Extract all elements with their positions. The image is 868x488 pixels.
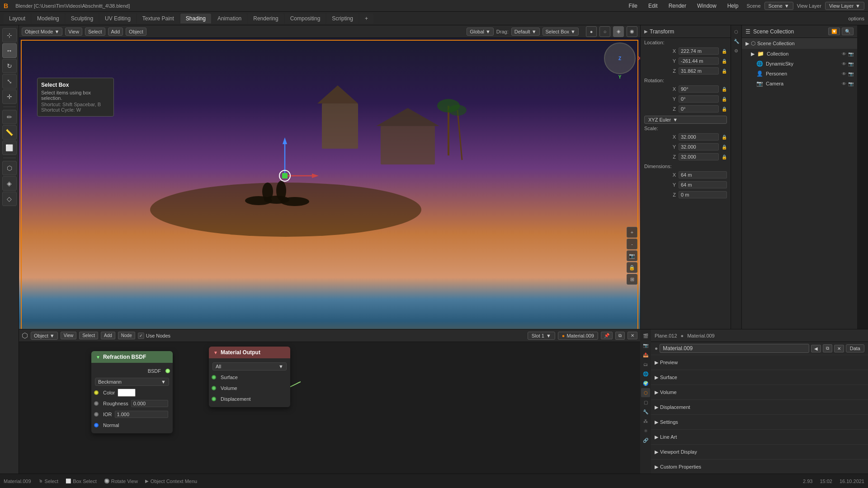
displacement-socket[interactable] [212, 397, 216, 401]
custom-props-header[interactable]: ▶ Custom Properties [651, 461, 868, 472]
dim-z-value[interactable]: 0 m [679, 191, 727, 198]
tab-animation[interactable]: Animation [212, 14, 247, 23]
node-view-btn[interactable]: View [61, 332, 77, 339]
data-tab[interactable]: Data [846, 344, 864, 352]
distribution-dropdown[interactable]: Beckmann ▼ [95, 378, 169, 386]
tool-bevel[interactable]: ◇ [2, 192, 17, 206]
props-physics-icon[interactable]: ⚛ [641, 426, 650, 435]
tab-add[interactable]: + [359, 14, 373, 23]
surface-socket[interactable] [212, 375, 216, 380]
tool-extrude[interactable]: ⬡ [2, 161, 17, 175]
zoom-out-btn[interactable]: - [627, 239, 637, 249]
select-menu[interactable]: Select [85, 28, 105, 36]
tab-texture-paint[interactable]: Texture Paint [137, 14, 179, 23]
rot-z-value[interactable]: 0° [679, 105, 719, 113]
roughness-input[interactable] [131, 400, 168, 407]
props-view-layer-icon[interactable]: 🗂 [641, 360, 650, 369]
tab-sculpting[interactable]: Sculpting [66, 14, 99, 23]
menu-file[interactable]: File [626, 2, 640, 10]
dim-y-value[interactable]: 64 m [679, 181, 727, 188]
tool-measure[interactable]: 📏 [2, 125, 17, 140]
tab-uv-editing[interactable]: UV Editing [99, 14, 136, 23]
outliner-camera[interactable]: 📷 Camera 👁 📷 [742, 79, 857, 89]
loc-x-value[interactable]: 222.74 m [679, 47, 719, 55]
node-add-btn[interactable]: Add [101, 332, 115, 339]
tab-modeling[interactable]: Modeling [32, 14, 65, 23]
shading-solid-btn[interactable]: ● [586, 26, 597, 37]
outliner-filter-btn[interactable]: 🔽 [828, 28, 840, 35]
volume-socket[interactable] [212, 386, 216, 390]
scale-y-lock[interactable]: 🔒 [722, 145, 727, 150]
browse-mat-btn[interactable]: ◀ [811, 345, 821, 352]
view-menu[interactable]: View [65, 28, 82, 36]
dynamicsky-render-icon[interactable]: 📷 [848, 61, 854, 66]
menu-edit[interactable]: Edit [646, 2, 660, 10]
grid-btn[interactable]: ⊞ [627, 274, 637, 285]
color-socket[interactable] [94, 390, 99, 395]
rot-y-value[interactable]: 0° [679, 95, 719, 103]
collection-vis-icon[interactable]: 👁 [842, 52, 846, 56]
tab-shading[interactable]: Shading [180, 14, 211, 23]
nav-circle[interactable]: Z X Y [604, 42, 636, 74]
copy-btn[interactable]: ⧉ [615, 332, 625, 340]
tab-rendering[interactable]: Rendering [248, 14, 283, 23]
tool-annotate[interactable]: ✏ [2, 110, 17, 124]
dim-x-value[interactable]: 64 m [679, 171, 727, 178]
outliner-dynamicsky[interactable]: 🌐 DynamicSky 👁 📷 [742, 59, 857, 69]
color-swatch[interactable] [118, 389, 136, 397]
outliner-search-btn[interactable]: 🔍 [842, 28, 854, 35]
props-constraints-icon[interactable]: 🔗 [641, 436, 650, 445]
personen-vis-icon[interactable]: 👁 [842, 71, 846, 76]
roughness-socket[interactable] [94, 401, 99, 406]
settings-icon[interactable]: ⚙ [732, 46, 741, 55]
outliner-personen[interactable]: 👤 Personen 👁 📷 [742, 69, 857, 79]
camera-view-btn[interactable]: 📷 [627, 250, 637, 261]
personen-render-icon[interactable]: 📷 [848, 71, 854, 76]
menu-window[interactable]: Window [694, 2, 719, 10]
menu-help[interactable]: Help [725, 2, 741, 10]
euler-dropdown[interactable]: XYZ Euler ▼ [644, 116, 727, 124]
loc-y-lock[interactable]: 🔒 [722, 59, 727, 64]
tab-compositing[interactable]: Compositing [285, 14, 326, 23]
settings-header[interactable]: ▶ Settings [651, 417, 868, 427]
drag-dropdown[interactable]: Default ▼ [511, 28, 540, 36]
tab-layout[interactable]: Layout [4, 14, 31, 23]
props-modifier-icon[interactable]: 🔧 [641, 407, 650, 416]
scale-x-value[interactable]: 32.000 [679, 133, 719, 141]
loc-x-lock[interactable]: 🔒 [722, 49, 727, 54]
tool-inset[interactable]: ◈ [2, 176, 17, 191]
shading-wire-btn[interactable]: ○ [599, 26, 610, 37]
add-menu[interactable]: Add [108, 28, 123, 36]
line-art-header[interactable]: ▶ Line Art [651, 432, 868, 442]
node-node-btn[interactable]: Node [118, 332, 135, 339]
tool-add-cube[interactable]: ⬜ [2, 141, 17, 155]
target-row[interactable]: All ▼ [209, 361, 290, 372]
rot-x-lock[interactable]: 🔒 [722, 87, 727, 92]
bsdf-socket[interactable] [165, 369, 170, 373]
collection-render-icon[interactable]: 📷 [848, 52, 854, 56]
delete-mat-btn[interactable]: ✕ [834, 345, 844, 352]
scene-dropdown[interactable]: Scene ▼ [764, 2, 793, 10]
scene-collection-item[interactable]: ▶ ⬡ Scene Collection [742, 38, 857, 49]
camera-vis-icon[interactable]: 👁 [842, 81, 846, 86]
tab-scripting[interactable]: Scripting [326, 14, 359, 23]
tool-icon[interactable]: 🔧 [732, 37, 741, 46]
scale-x-lock[interactable]: 🔒 [722, 135, 727, 140]
props-output-icon[interactable]: 📤 [641, 350, 650, 359]
scale-z-value[interactable]: 32.000 [679, 153, 719, 160]
loc-y-value[interactable]: -261.44 m [679, 57, 719, 65]
outliner-collection[interactable]: ▶ 📁 Collection 👁 📷 [742, 49, 857, 59]
options-label[interactable]: options [849, 16, 864, 21]
rot-z-lock[interactable]: 🔒 [722, 107, 727, 112]
tool-scale[interactable]: ⤡ [2, 74, 17, 89]
camera-render-icon[interactable]: 📷 [848, 81, 854, 86]
props-particles-icon[interactable]: ⁂ [641, 417, 650, 426]
nav-widget[interactable]: Z X Y [604, 42, 636, 74]
loc-z-value[interactable]: 31.862 m [679, 67, 719, 75]
node-select-btn[interactable]: Select [79, 332, 98, 339]
lock-btn[interactable]: 🔒 [627, 262, 637, 273]
zoom-in-btn[interactable]: + [627, 227, 637, 238]
pin-btn[interactable]: 📌 [601, 332, 613, 339]
target-dropdown[interactable]: All ▼ [212, 362, 287, 371]
copy-mat-btn[interactable]: ⧉ [823, 344, 832, 352]
